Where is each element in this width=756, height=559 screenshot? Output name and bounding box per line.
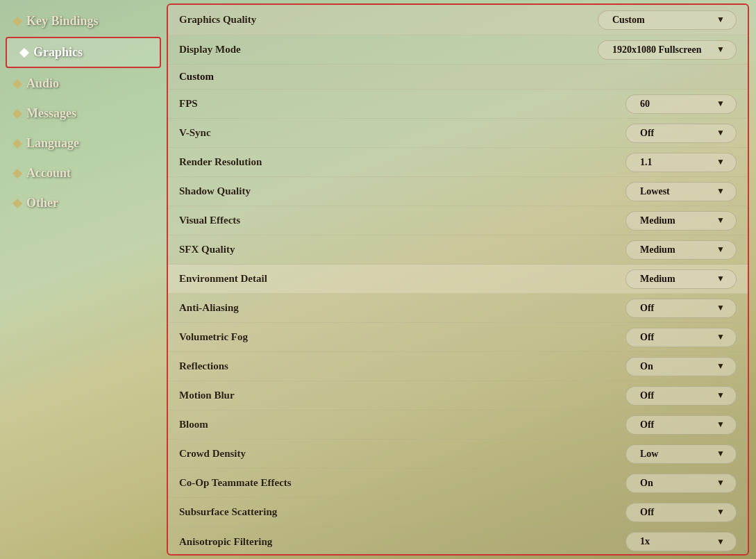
dropdown-graphics-quality[interactable]: Custom▼ <box>598 10 737 30</box>
chevron-down-icon: ▼ <box>716 361 725 372</box>
setting-label-shadow-quality: Shadow Quality <box>179 185 598 197</box>
chevron-down-icon: ▼ <box>716 244 725 255</box>
diamond-icon <box>12 108 22 118</box>
dropdown-motion-blur[interactable]: Off▼ <box>625 386 737 406</box>
dropdown-value-environment-detail: Medium <box>640 274 675 285</box>
sidebar-item-graphics[interactable]: Graphics <box>6 37 161 68</box>
chevron-down-icon: ▼ <box>716 44 725 55</box>
sidebar-item-audio[interactable]: Audio <box>0 69 167 98</box>
setting-label-reflections: Reflections <box>179 360 598 372</box>
setting-label-motion-blur: Motion Blur <box>179 390 598 401</box>
setting-row-volumetric-fog: Volumetric FogOff▼ <box>168 323 748 352</box>
sidebar-item-label: Messages <box>26 106 76 121</box>
dropdown-value-crowd-density: Low <box>640 449 658 460</box>
setting-label-sfx-quality: SFX Quality <box>179 244 598 256</box>
sidebar-item-key-bindings[interactable]: Key Bindings <box>0 7 167 35</box>
setting-label-vsync: V-Sync <box>179 127 598 139</box>
diamond-icon <box>12 138 22 148</box>
dropdown-bloom[interactable]: Off▼ <box>625 415 737 435</box>
dropdown-coop-teammate-effects[interactable]: On▼ <box>625 474 737 493</box>
setting-label-bloom: Bloom <box>179 419 598 431</box>
setting-value-volumetric-fog: Off▼ <box>598 328 737 347</box>
dropdown-visual-effects[interactable]: Medium▼ <box>625 211 737 231</box>
dropdown-value-motion-blur: Off <box>640 390 654 401</box>
chevron-down-icon: ▼ <box>716 15 725 25</box>
setting-row-bloom: BloomOff▼ <box>168 410 748 440</box>
setting-label-fps: FPS <box>179 98 598 110</box>
setting-value-bloom: Off▼ <box>598 415 737 435</box>
dropdown-value-reflections: On <box>640 361 653 372</box>
setting-value-display-mode: 1920x1080 Fullscreen▼ <box>598 40 737 60</box>
dropdown-anisotropic-filtering[interactable]: 1x▼ <box>625 532 737 551</box>
sidebar-item-label: Language <box>26 136 79 151</box>
setting-row-subsurface-scattering: Subsurface ScatteringOff▼ <box>168 498 748 527</box>
setting-row-graphics-quality: Graphics QualityCustom▼ <box>168 5 748 35</box>
dropdown-display-mode[interactable]: 1920x1080 Fullscreen▼ <box>598 40 737 60</box>
setting-label-anisotropic-filtering: Anisotropic Filtering <box>179 536 598 548</box>
chevron-down-icon: ▼ <box>716 215 725 226</box>
chevron-down-icon: ▼ <box>716 332 725 342</box>
setting-row-crowd-density: Crowd DensityLow▼ <box>168 440 748 469</box>
dropdown-subsurface-scattering[interactable]: Off▼ <box>625 503 737 522</box>
sidebar-item-label: Account <box>26 166 71 181</box>
dropdown-environment-detail[interactable]: Medium▼ <box>625 269 737 289</box>
setting-value-crowd-density: Low▼ <box>598 444 737 464</box>
dropdown-render-resolution[interactable]: 1.1▼ <box>625 153 737 172</box>
dropdown-value-subsurface-scattering: Off <box>640 507 654 518</box>
setting-row-reflections: ReflectionsOn▼ <box>168 352 748 381</box>
setting-label-subsurface-scattering: Subsurface Scattering <box>179 506 598 518</box>
setting-label-display-mode: Display Mode <box>179 44 598 56</box>
dropdown-anti-aliasing[interactable]: Off▼ <box>625 299 737 318</box>
diamond-icon <box>12 16 22 26</box>
dropdown-shadow-quality[interactable]: Lowest▼ <box>625 182 737 201</box>
sidebar-item-account[interactable]: Account <box>0 159 167 187</box>
sidebar-item-other[interactable]: Other <box>0 189 167 217</box>
dropdown-value-display-mode: 1920x1080 Fullscreen <box>612 44 701 56</box>
setting-value-shadow-quality: Lowest▼ <box>598 182 737 201</box>
setting-value-render-resolution: 1.1▼ <box>598 153 737 172</box>
sidebar-item-label: Key Bindings <box>26 14 99 28</box>
setting-value-vsync: Off▼ <box>598 124 737 143</box>
chevron-down-icon: ▼ <box>716 186 725 197</box>
diamond-icon <box>12 198 22 208</box>
chevron-down-icon: ▼ <box>716 478 725 488</box>
section-custom: Custom <box>168 65 748 90</box>
dropdown-value-graphics-quality: Custom <box>612 15 645 26</box>
main-container: Key BindingsGraphicsAudioMessagesLanguag… <box>0 0 756 559</box>
dropdown-reflections[interactable]: On▼ <box>625 357 737 376</box>
setting-value-visual-effects: Medium▼ <box>598 211 737 231</box>
chevron-down-icon: ▼ <box>716 128 725 138</box>
dropdown-volumetric-fog[interactable]: Off▼ <box>625 328 737 347</box>
sidebar-item-language[interactable]: Language <box>0 129 167 158</box>
dropdown-vsync[interactable]: Off▼ <box>625 124 737 143</box>
setting-row-sfx-quality: SFX QualityMedium▼ <box>168 235 748 265</box>
dropdown-value-bloom: Off <box>640 419 654 431</box>
setting-row-vsync: V-SyncOff▼ <box>168 119 748 148</box>
dropdown-value-fps: 60 <box>640 99 650 110</box>
setting-value-motion-blur: Off▼ <box>598 386 737 406</box>
diamond-icon <box>12 168 22 178</box>
setting-value-anti-aliasing: Off▼ <box>598 299 737 318</box>
chevron-down-icon: ▼ <box>716 537 725 547</box>
setting-row-anisotropic-filtering: Anisotropic Filtering1x▼ <box>168 527 748 556</box>
setting-label-visual-effects: Visual Effects <box>179 215 598 226</box>
dropdown-sfx-quality[interactable]: Medium▼ <box>625 240 737 260</box>
setting-label-coop-teammate-effects: Co-Op Teammate Effects <box>179 477 598 489</box>
setting-row-fps: FPS60▼ <box>168 90 748 119</box>
dropdown-value-visual-effects: Medium <box>640 215 675 226</box>
setting-row-motion-blur: Motion BlurOff▼ <box>168 381 748 410</box>
chevron-down-icon: ▼ <box>716 419 725 430</box>
setting-value-subsurface-scattering: Off▼ <box>598 503 737 522</box>
dropdown-fps[interactable]: 60▼ <box>625 94 737 114</box>
setting-row-shadow-quality: Shadow QualityLowest▼ <box>168 177 748 206</box>
setting-value-environment-detail: Medium▼ <box>598 269 737 289</box>
dropdown-crowd-density[interactable]: Low▼ <box>625 444 737 464</box>
dropdown-value-render-resolution: 1.1 <box>640 157 653 168</box>
setting-label-environment-detail: Environment Detail <box>179 273 598 285</box>
sidebar: Key BindingsGraphicsAudioMessagesLanguag… <box>0 0 167 559</box>
chevron-down-icon: ▼ <box>716 303 725 313</box>
sidebar-item-messages[interactable]: Messages <box>0 99 167 128</box>
setting-value-graphics-quality: Custom▼ <box>598 10 737 30</box>
diamond-icon <box>19 47 29 57</box>
section-custom-label: Custom <box>179 71 214 83</box>
